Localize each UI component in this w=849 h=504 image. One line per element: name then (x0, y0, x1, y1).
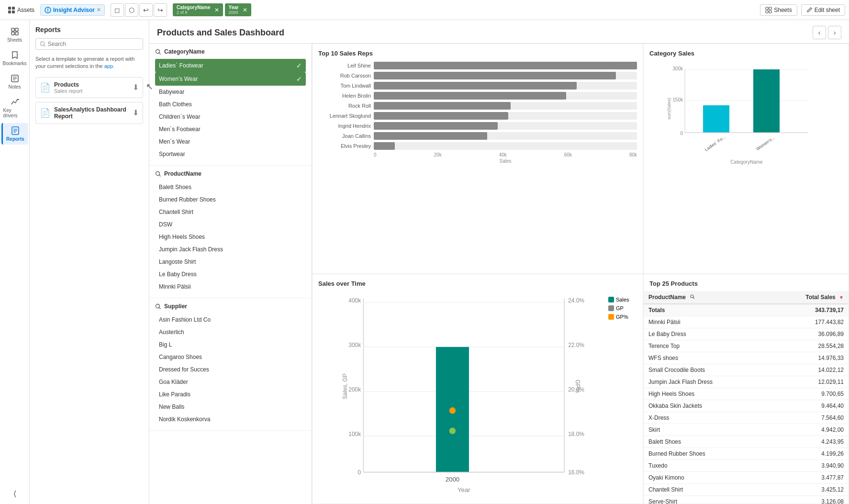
table-row[interactable]: Tuxedo3.940,90 (644, 460, 849, 472)
supplier-filter-item[interactable]: Big L (155, 338, 306, 351)
sales-rep-bar-row: Ingrid Hendrix (318, 122, 637, 130)
svg-rect-3 (12, 11, 15, 13)
table-row[interactable]: Jumpin Jack Flash Dress12.029,11 (644, 376, 849, 388)
svg-rect-7 (766, 11, 768, 13)
app-link[interactable]: app. (104, 63, 114, 69)
report-card-products[interactable]: 📄 Products Sales report ⬇ (35, 77, 143, 98)
search-col-icon[interactable] (690, 294, 695, 299)
top-bar: Assets Insight Advisor ✕ ◻ ⬡ ↩ ↪ Categor… (0, 0, 849, 20)
nav-prev-btn[interactable]: ‹ (813, 26, 826, 39)
product-filter-section: ProductName Balett ShoesBurned Rubber Sh… (149, 166, 312, 298)
table-row[interactable]: Oyaki Kimono3.477,87 (644, 472, 849, 484)
table-row[interactable]: Balett Shoes4.243,95 (644, 436, 849, 448)
sales-rep-fill (374, 132, 487, 140)
category-filter-item[interactable]: Children´s Wear (155, 111, 306, 123)
insight-tab[interactable]: Insight Advisor ✕ (40, 4, 105, 16)
report-sales-name: SalesAnalytics Dashboard Report (54, 106, 133, 120)
supplier-filter-item[interactable]: Dressed for Succes (155, 363, 306, 376)
chip1-close[interactable]: ✕ (214, 7, 219, 13)
table-row[interactable]: Burned Rubber Shoes4.199,26 (644, 448, 849, 460)
table-row[interactable]: X-Dress7.564,60 (644, 412, 849, 424)
product-filter-item[interactable]: Minnki Pälsii (155, 280, 306, 293)
table-row[interactable]: WFS shoes14.976,33 (644, 352, 849, 364)
svg-text:sum(Sales): sum(Sales) (667, 98, 671, 120)
filter-chip-category[interactable]: CategoryName 2 of 8 ✕ (173, 3, 223, 16)
product-filter-item[interactable]: High Heels Shoes (155, 231, 306, 243)
col-product-name[interactable]: ProductName (644, 291, 768, 304)
sales-rep-name: Rob Carsson (318, 73, 371, 78)
redo-btn[interactable]: ↪ (154, 3, 167, 17)
supplier-filter-item[interactable]: Asin Fashion Ltd Co (155, 314, 306, 326)
bar-womens-wear[interactable] (753, 69, 780, 133)
category-filter-item[interactable]: Sportwear (155, 148, 306, 160)
product-name-cell: Balett Shoes (644, 436, 768, 448)
assets-button[interactable]: Assets (4, 4, 38, 16)
table-scroll[interactable]: ProductName Total Sales ▼ Totals343.739,… (644, 291, 849, 504)
table-row[interactable]: Chantell Shirt3.425,12 (644, 484, 849, 496)
category-filter-item[interactable]: Babywear (155, 86, 306, 98)
sidebar-item-sheets[interactable]: Sheets (1, 24, 28, 45)
edit-sheet-button[interactable]: Edit sheet (801, 4, 845, 16)
supplier-filter-item[interactable]: Goa Kläder (155, 376, 306, 388)
chip2-close[interactable]: ✕ (243, 7, 247, 13)
reports-search-box[interactable] (35, 38, 143, 50)
insight-close[interactable]: ✕ (97, 7, 101, 12)
download-sales-btn[interactable]: ⬇ (133, 108, 139, 117)
reports-description: Select a template to generate a report w… (35, 56, 143, 70)
reports-search-input[interactable] (48, 41, 139, 47)
svg-text:400k: 400k (348, 297, 361, 304)
keydrivers-icon (10, 97, 20, 107)
svg-text:18.0%: 18.0% (568, 431, 584, 437)
sheets-sidebar-label: Sheets (7, 37, 22, 43)
supplier-filter-item[interactable]: Austerlich (155, 326, 306, 338)
col-total-sales[interactable]: Total Sales ▼ (768, 291, 849, 304)
supplier-filter-item[interactable]: Cangaroo Shoes (155, 351, 306, 363)
table-row[interactable]: Serve-Shirt3.126,08 (644, 496, 849, 504)
sales-rep-name: Tom Lindwall (318, 83, 371, 89)
product-filter-item[interactable]: Burned Rubber Shoes (155, 193, 306, 206)
category-filter-item[interactable]: Men´s Wear (155, 135, 306, 148)
table-row[interactable]: Terence Top28.554,28 (644, 340, 849, 352)
svg-text:24.0%: 24.0% (568, 297, 584, 304)
content-header: Products and Sales Dashboard ‹ › (149, 20, 849, 44)
table-row[interactable]: Minnki Pälsii177.443,82 (644, 316, 849, 328)
undo-btn[interactable]: ↩ (139, 3, 153, 17)
category-filter-item[interactable]: Ladies´ Footwear✓ (155, 59, 306, 72)
supplier-filter-item[interactable]: Nordik Koskenkorva (155, 413, 306, 426)
sidebar-collapse-btn[interactable]: ⟨ (13, 489, 16, 498)
sidebar-item-bookmarks[interactable]: Bookmarks (1, 47, 28, 69)
category-filter-item[interactable]: Women's Wear✓ (155, 72, 306, 86)
sheets-button[interactable]: Sheets (760, 4, 797, 16)
category-filter-item[interactable]: Men´s Footwear (155, 123, 306, 135)
report-card-sales-analytics[interactable]: 📄 SalesAnalytics Dashboard Report ⬇ (35, 102, 143, 124)
product-filter-item[interactable]: DSW (155, 218, 306, 231)
supplier-filter-section: Supplier Asin Fashion Ltd CoAusterlichBi… (149, 298, 312, 431)
nav-next-btn[interactable]: › (828, 26, 841, 39)
bar-ladies-footwear[interactable] (703, 105, 729, 133)
sheets-sidebar-icon (10, 27, 20, 36)
sidebar-item-reports[interactable]: Reports (1, 123, 28, 145)
table-row[interactable]: Okkaba Skin Jackets9.464,40 (644, 400, 849, 412)
supplier-filter-item[interactable]: New Balls (155, 401, 306, 413)
svg-text:300k: 300k (672, 66, 683, 71)
supplier-filter-item[interactable]: Like Paradis (155, 388, 306, 401)
select-tool-btn[interactable]: ◻ (111, 3, 124, 17)
table-row[interactable]: Small Crocodile Boots14.022,12 (644, 364, 849, 376)
product-name-cell: WFS shoes (644, 352, 768, 364)
filter-chip-year[interactable]: Year 2000 ✕ (225, 3, 251, 16)
svg-line-23 (44, 45, 45, 46)
product-filter-item[interactable]: Balett Shoes (155, 181, 306, 193)
report-file-icon2: 📄 (40, 108, 50, 118)
sidebar-item-keydrivers[interactable]: Key drivers (1, 94, 28, 121)
product-filter-item[interactable]: Langoste Shirt (155, 256, 306, 268)
table-row[interactable]: High Heels Shoes9.700,65 (644, 388, 849, 400)
download-products-btn[interactable]: ⬇ (133, 83, 139, 92)
product-filter-item[interactable]: Le Baby Dress (155, 268, 306, 280)
table-row[interactable]: Le Baby Dress36.096,89 (644, 328, 849, 340)
product-filter-item[interactable]: Jumpin Jack Flash Dress (155, 243, 306, 256)
table-row[interactable]: Skirt4.942,00 (644, 424, 849, 436)
category-filter-item[interactable]: Bath Clothes (155, 98, 306, 111)
sidebar-item-notes[interactable]: Notes (1, 71, 28, 92)
lasso-tool-btn[interactable]: ⬡ (125, 3, 138, 17)
product-filter-item[interactable]: Chantell Shirt (155, 206, 306, 218)
